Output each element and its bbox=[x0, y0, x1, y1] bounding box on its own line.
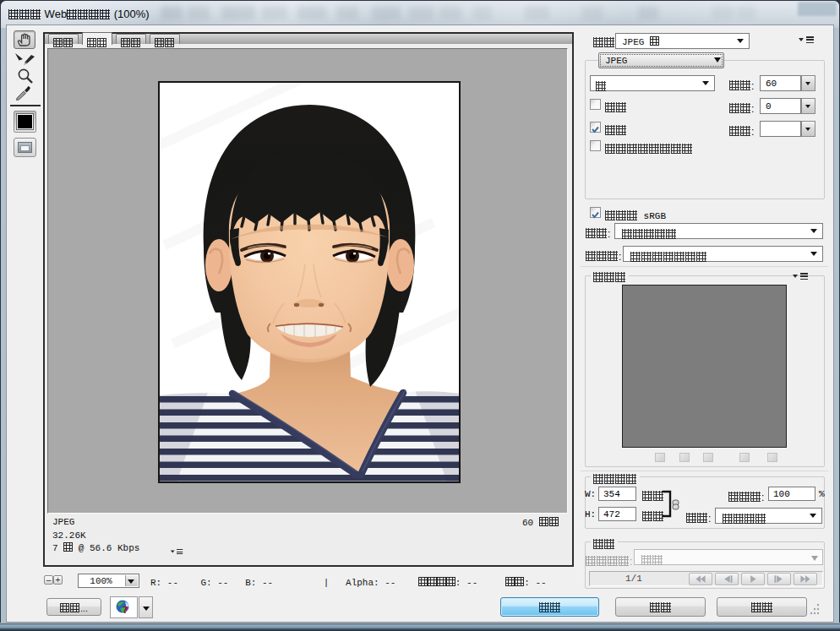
svg-text:?: ? bbox=[123, 603, 128, 616]
